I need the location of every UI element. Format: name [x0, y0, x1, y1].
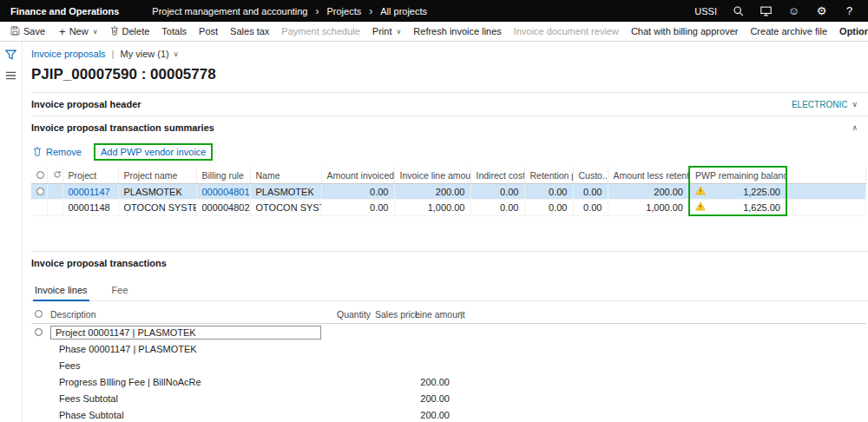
breadcrumb-item-all-projects[interactable]: All projects: [380, 6, 427, 16]
row-select-radio[interactable]: [31, 200, 47, 216]
filter-icon[interactable]: [5, 49, 16, 60]
tab-invoice-lines[interactable]: Invoice lines: [33, 281, 89, 301]
new-button[interactable]: + New ∨: [53, 22, 103, 41]
column-header-sales-price[interactable]: Sales price: [372, 307, 411, 323]
quantity-cell: [333, 374, 372, 391]
project-cell[interactable]: 00001148: [62, 200, 118, 216]
row-filler: [453, 374, 866, 391]
view-selector[interactable]: My view (1) ∨: [120, 49, 178, 59]
delete-button[interactable]: Delete: [104, 22, 156, 41]
sales-price-cell: [372, 341, 411, 358]
breadcrumb-item-projects[interactable]: Projects: [326, 6, 361, 16]
billing-rule-link[interactable]: 000004801: [202, 187, 250, 197]
totals-button[interactable]: Totals: [155, 22, 193, 41]
remove-button[interactable]: Remove: [33, 147, 82, 158]
select-all-radio[interactable]: [31, 167, 47, 184]
refresh-column-icon[interactable]: [47, 167, 62, 184]
retention-cell: 0.00: [524, 184, 573, 200]
fasttab-invoice-proposal-header[interactable]: Invoice proposal header ELECTRONIC ∨: [31, 92, 868, 115]
row-select-radio[interactable]: [31, 391, 47, 407]
column-header-billing-rule[interactable]: Billing rule: [196, 167, 250, 184]
fasttab-title[interactable]: Invoice proposal header: [31, 99, 141, 109]
row-filler: [453, 341, 866, 358]
column-header-name[interactable]: Name: [250, 167, 321, 184]
row-select-radio[interactable]: [31, 407, 47, 422]
page-content: Invoice proposals | My view (1) ∨ PJIP_0…: [0, 42, 868, 422]
fasttab-summary-value[interactable]: ELECTRONIC ∨: [792, 100, 858, 109]
billing-rule-cell[interactable]: 000004802: [196, 200, 250, 216]
table-row[interactable]: Project 00001147 | PLASMOTEK: [31, 323, 866, 341]
quantity-cell: [333, 358, 372, 374]
customer-cell: 0.00: [573, 200, 608, 216]
fasttab-title[interactable]: Invoice proposal transactions: [31, 258, 167, 268]
invoice-lines-grid: Description Quantity Sales price Line am…: [31, 307, 866, 422]
quantity-cell: [333, 407, 372, 422]
row-select-radio[interactable]: [31, 184, 47, 200]
save-button[interactable]: Save: [4, 22, 51, 41]
page-title: PJIP_00007590 : 00005778: [31, 63, 868, 92]
breadcrumb: Project management and accounting › Proj…: [152, 5, 427, 17]
menu-hamburger-icon[interactable]: [5, 71, 16, 80]
project-name-cell: PLASMOTEK: [118, 184, 196, 200]
column-header-invoice-line-amount[interactable]: Invoice line amount: [394, 167, 470, 184]
invoice-line-amount-cell: 1,000.00: [394, 200, 470, 216]
column-header-description[interactable]: Description: [47, 307, 333, 323]
app-title[interactable]: Finance and Operations: [0, 6, 129, 16]
top-navigation-bar: Finance and Operations Project managemen…: [0, 0, 868, 22]
chat-with-billing-approver-button[interactable]: Chat with billing approver: [625, 22, 745, 41]
gear-icon[interactable]: ⚙: [815, 4, 828, 17]
table-row[interactable]: Phase Subtotal 200.00: [31, 407, 866, 422]
sales-price-cell: [372, 323, 411, 341]
column-header-project-name[interactable]: Project name: [118, 167, 196, 184]
more-options-icon[interactable]: ⋮: [453, 307, 866, 323]
refresh-invoice-lines-button[interactable]: Refresh invoice lines: [407, 22, 508, 41]
grid-header-row: Description Quantity Sales price Line am…: [31, 307, 866, 323]
column-header-project[interactable]: Project: [62, 167, 118, 184]
sales-price-cell: [372, 391, 411, 407]
project-link[interactable]: 00001147: [69, 187, 110, 197]
smiley-feedback-icon[interactable]: ☺: [787, 4, 800, 17]
row-select-radio[interactable]: [31, 341, 47, 358]
column-header-pwp-remaining-balance[interactable]: PWP remaining balance: [689, 167, 786, 184]
column-header-quantity[interactable]: Quantity: [333, 307, 372, 323]
description-cell-editor[interactable]: Project 00001147 | PLASMOTEK: [50, 326, 321, 340]
row-select-radio[interactable]: [31, 374, 47, 391]
column-header-indirect-costs[interactable]: Indirect costs: [470, 167, 524, 184]
table-row[interactable]: Fees: [31, 358, 866, 374]
options-button[interactable]: Options: [833, 22, 868, 41]
table-row[interactable]: Progress BIlling Fee | BillNoAcRe 200.00: [31, 374, 866, 391]
sales-tax-button[interactable]: Sales tax: [224, 22, 275, 41]
post-button[interactable]: Post: [193, 22, 224, 41]
breadcrumb-item-module[interactable]: Project management and accounting: [152, 6, 307, 16]
main-panel: Invoice proposals | My view (1) ∨ PJIP_0…: [23, 42, 868, 422]
indirect-costs-cell: 0.00: [470, 200, 524, 216]
back-link-invoice-proposals[interactable]: Invoice proposals: [31, 49, 106, 59]
table-row[interactable]: 00001148 OTOCON SYSTEMS 000004802 OTOCON…: [31, 200, 866, 216]
add-pwp-vendor-invoice-button[interactable]: Add PWP vendor invoice: [94, 143, 213, 161]
print-button[interactable]: Print ∨: [366, 22, 407, 41]
fasttab-title[interactable]: Invoice proposal transaction summaries: [31, 122, 214, 133]
row-select-radio[interactable]: [31, 358, 47, 374]
company-picker[interactable]: USSI: [694, 6, 717, 16]
column-header-retention[interactable]: Retention per...: [524, 167, 573, 184]
warning-icon: [695, 186, 706, 197]
tab-fee[interactable]: Fee: [110, 281, 130, 300]
column-header-amount-less-retention[interactable]: Amount less retention: [608, 167, 689, 184]
create-archive-file-button[interactable]: Create archive file: [744, 22, 833, 41]
feedback-monitor-icon[interactable]: [760, 4, 773, 17]
row-select-radio[interactable]: [31, 323, 47, 341]
action-pane: Save + New ∨ Delete Totals Post Sales ta…: [0, 22, 868, 42]
fasttab-invoice-proposal-transactions[interactable]: Invoice proposal transactions: [31, 251, 868, 274]
select-all-radio[interactable]: [31, 307, 47, 323]
column-header-amount-invoiced[interactable]: Amount invoiced: [321, 167, 394, 184]
table-row[interactable]: 00001147 PLASMOTEK 000004801 PLASMOTEK 0…: [31, 184, 866, 200]
chevron-up-icon[interactable]: ∧: [852, 123, 858, 132]
table-row[interactable]: Fees Subtotal 200.00: [31, 391, 866, 407]
help-icon[interactable]: ?: [843, 4, 856, 17]
search-icon[interactable]: [732, 4, 745, 17]
column-header-customer[interactable]: Custo...: [573, 167, 608, 184]
fasttab-transaction-summaries[interactable]: Invoice proposal transaction summaries ∧: [31, 115, 868, 139]
table-row[interactable]: Phase 00001147 | PLASMOTEK: [31, 341, 866, 358]
column-header-line-amount[interactable]: Line amount: [411, 307, 453, 323]
description-cell: Fees: [47, 358, 333, 374]
